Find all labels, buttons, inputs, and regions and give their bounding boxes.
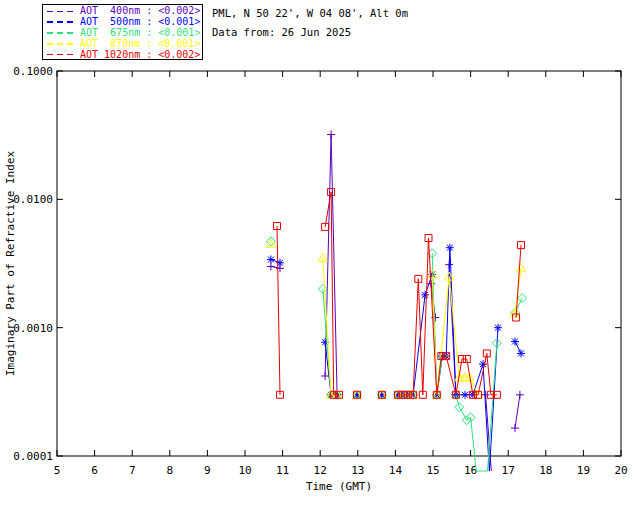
- legend-label-1020nm: AOT 1020nm : <0.002>: [80, 50, 200, 60]
- legend-dash-sample-870nm: [47, 43, 75, 45]
- series-markers-aot-500nm: [267, 244, 525, 399]
- legend-label-870nm: AOT 870nm : <0.001>: [80, 39, 200, 49]
- series-line-aot-500nm: [271, 248, 521, 471]
- legend-dash-sample-1020nm: [47, 54, 75, 56]
- x-tick-label: 8: [166, 464, 173, 477]
- series-markers-aot-870nm: [266, 239, 525, 398]
- y-axis-title: Imaginary Part of Refractive Index: [4, 151, 17, 377]
- x-tick-label: 20: [614, 464, 627, 477]
- chart: 5678910111213141516171819200.10000.01000…: [0, 0, 640, 512]
- legend-entry-1020nm: AOT 1020nm : <0.002>: [47, 49, 202, 60]
- x-tick-label: 9: [204, 464, 211, 477]
- y-tick-label: 0.0001: [13, 450, 53, 463]
- series-line-aot-675nm: [323, 253, 522, 471]
- x-tick-label: 11: [276, 464, 289, 477]
- x-tick-label: 17: [502, 464, 515, 477]
- legend-dash-sample-500nm: [47, 21, 75, 23]
- y-tick-label: 0.0100: [13, 193, 53, 206]
- x-tick-label: 10: [238, 464, 251, 477]
- legend-entry-400nm: AOT 400nm : <0.002>: [47, 6, 202, 17]
- series-markers-aot-400nm: [267, 131, 524, 433]
- legend-box: AOT 400nm : <0.002>AOT 500nm : <0.001>AO…: [42, 4, 203, 60]
- series-line-aot-400nm: [271, 135, 520, 472]
- legend-label-500nm: AOT 500nm : <0.001>: [80, 17, 200, 27]
- y-tick-label: 0.1000: [13, 65, 53, 78]
- data-date: Data from: 26 Jun 2025: [212, 26, 408, 38]
- legend-label-400nm: AOT 400nm : <0.002>: [80, 6, 200, 16]
- legend-dash-sample-400nm: [47, 11, 75, 13]
- legend-entry-675nm: AOT 675nm : <0.001>: [47, 28, 202, 39]
- x-tick-label: 19: [577, 464, 590, 477]
- plot-canvas: 5678910111213141516171819200.10000.01000…: [0, 0, 640, 512]
- x-tick-label: 6: [91, 464, 98, 477]
- x-tick-label: 7: [129, 464, 136, 477]
- x-axis-title: Time (GMT): [306, 480, 372, 493]
- site-info: PML, N 50 22', W 04 08', Alt 0m: [212, 7, 408, 19]
- legend-label-675nm: AOT 675nm : <0.001>: [80, 28, 200, 38]
- header: PML, N 50 22', W 04 08', Alt 0m Data fro…: [212, 7, 408, 45]
- series-line-aot-1020nm: [277, 192, 521, 395]
- x-tick-label: 18: [539, 464, 552, 477]
- x-tick-label: 12: [314, 464, 327, 477]
- x-tick-label: 5: [54, 464, 61, 477]
- legend-entry-870nm: AOT 870nm : <0.001>: [47, 38, 202, 49]
- series-markers-aot-1020nm: [274, 189, 525, 399]
- x-tick-label: 14: [389, 464, 403, 477]
- legend-entry-500nm: AOT 500nm : <0.001>: [47, 17, 202, 28]
- x-tick-label: 13: [351, 464, 364, 477]
- legend-dash-sample-675nm: [47, 32, 75, 34]
- y-tick-label: 0.0010: [13, 322, 53, 335]
- x-tick-label: 15: [426, 464, 439, 477]
